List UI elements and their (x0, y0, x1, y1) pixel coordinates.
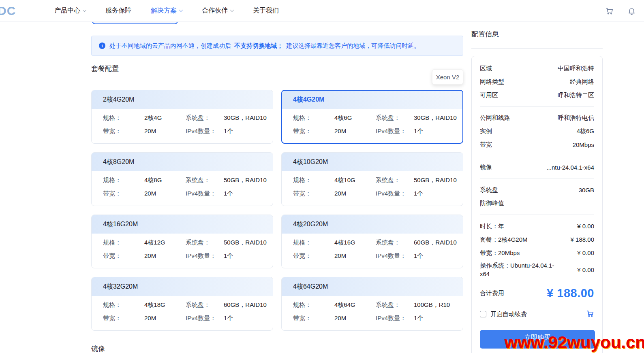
ipv4-label: IPv4数量： (376, 315, 414, 322)
package-title: 2核4G20M (103, 96, 134, 104)
divider (480, 179, 594, 179)
ipv4-value: 1个 (414, 128, 462, 135)
disk-label: 系统盘： (186, 239, 224, 247)
disk-value: 50GB，RAID10 (414, 176, 463, 184)
package-card-header: 4核4G20M (282, 91, 462, 109)
cart-icon[interactable] (605, 6, 614, 15)
package-card-header: 4核32G20M (92, 277, 273, 296)
ipv4-value: 1个 (224, 315, 273, 322)
bandwidth-value: 20M (334, 252, 376, 260)
ipv4-value: 1个 (224, 190, 273, 198)
package-card-body: 规格： 4核64G 系统盘： 100GB，R10 带宽： 20M IPv4数量：… (282, 296, 463, 322)
ipv4-label: IPv4数量： (376, 190, 414, 198)
nav-item-products[interactable]: 产品中心 (54, 6, 86, 15)
disk-label: 系统盘： (376, 301, 414, 309)
package-title: 4核10G20M (293, 158, 328, 166)
price-label: 时长：年 (480, 222, 504, 230)
package-card-header: 4核16G20M (92, 215, 273, 234)
bandwidth-value: 20M (144, 128, 186, 135)
package-card-header: 2核4G20M (92, 90, 273, 109)
auto-renew-row: 开启自动续费 (480, 309, 594, 319)
nav-item-label: 合作伙伴 (202, 6, 228, 15)
config-row: 带宽20Mbps (480, 138, 594, 151)
spec-label: 规格： (293, 176, 334, 184)
disk-value: 50GB，RAID10 (224, 176, 273, 184)
disk-label: 系统盘： (376, 114, 414, 122)
disk-value: 100GB，R10 (414, 301, 463, 309)
package-card-selected[interactable]: 4核4G20M 规格： 4核6G 系统盘： 30GB，RAID10 带宽： 20… (281, 90, 463, 144)
config-label: 可用区 (480, 91, 498, 99)
bandwidth-value: 20M (144, 252, 186, 260)
image-section-title: 镜像 (91, 344, 105, 353)
config-summary-panel: 区域中国呼和浩特 网络类型经典网络 可用区呼和浩特二区 公网和线路呼和浩特电信 … (471, 56, 603, 353)
divider (480, 156, 594, 156)
spec-label: 规格： (103, 114, 144, 122)
config-value: 4核6G (577, 128, 594, 135)
package-card-body: 规格： 4核6G 系统盘： 30GB，RAID10 带宽： 20M IPv4数量… (282, 109, 462, 135)
nav-item-label: 关于我们 (253, 6, 279, 15)
ipv4-label: IPv4数量： (186, 128, 224, 135)
disk-label: 系统盘： (376, 176, 414, 184)
price-row: 操作系统：Ubuntu-24.04.1-x64¥ 0.00 (480, 261, 594, 278)
package-card[interactable]: 4核20G20M 规格： 4核16G 系统盘： 60GB，RAID10 带宽： … (281, 215, 463, 268)
spec-value: 2核4G (144, 114, 186, 122)
package-card-body: 规格： 2核4G 系统盘： 30GB，RAID10 带宽： 20M IPv4数量… (92, 109, 273, 135)
config-value: 呼和浩特二区 (558, 91, 594, 99)
price-value: ¥ 0.00 (577, 266, 594, 273)
nav-item-about[interactable]: 关于我们 (253, 6, 279, 15)
config-label: 公网和线路 (480, 114, 510, 122)
package-title: 4核64G20M (293, 283, 328, 291)
spec-value: 4核12G (144, 239, 186, 247)
disk-value: 60GB，RAID10 (224, 301, 273, 309)
alert-text-prefix: 处于不同地域的云产品内网不通，创建成功后 (109, 42, 231, 49)
watermark-text: www.92wuyou.cn (504, 333, 644, 352)
auto-renew-checkbox[interactable] (480, 311, 486, 317)
ipv4-value: 1个 (224, 128, 273, 135)
ipv4-label: IPv4数量： (186, 252, 224, 260)
spec-label: 规格： (293, 239, 334, 247)
package-card[interactable]: 4核10G20M 规格： 4核10G 系统盘： 50GB，RAID10 带宽： … (281, 152, 463, 206)
config-label: 网络类型 (480, 78, 504, 86)
package-title: 4核20G20M (293, 220, 328, 229)
add-to-cart-icon[interactable] (586, 309, 594, 319)
config-label: 防御峰值 (480, 200, 504, 207)
page: DC 产品中心 服务保障 解决方案 合作伙伴 关于我们 (0, 0, 644, 353)
package-card[interactable]: 4核8G20M 规格： 4核8G 系统盘： 50GB，RAID10 带宽： 20… (91, 152, 273, 206)
package-card[interactable]: 4核32G20M 规格： 4核18G 系统盘： 60GB，RAID10 带宽： … (91, 277, 273, 331)
ipv4-value: 1个 (414, 252, 463, 260)
bandwidth-label: 带宽： (293, 128, 334, 135)
package-title: 4核16G20M (103, 220, 138, 229)
config-row: 镜像...ntu-24.04.1-x64 (480, 161, 594, 174)
alert-text-suffix: 建议选择最靠近您客户的地域，可降低访问时延。 (286, 42, 420, 49)
nav-item-service[interactable]: 服务保障 (105, 6, 131, 15)
region-alert: i 处于不同地域的云产品内网不通，创建成功后 不支持切换地域； 建议选择最靠近您… (91, 36, 463, 56)
spec-label: 规格： (103, 239, 144, 247)
price-label: 套餐：2核4G20M (480, 235, 528, 244)
bandwidth-value: 20M (334, 190, 376, 198)
spec-value: 4核18G (144, 301, 186, 309)
bandwidth-value: 20M (144, 190, 186, 198)
package-card[interactable]: 4核64G20M 规格： 4核64G 系统盘： 100GB，R10 带宽： 20… (281, 277, 463, 331)
config-label: 实例 (480, 128, 492, 135)
package-card-header: 4核8G20M (92, 153, 273, 171)
nav-item-partners[interactable]: 合作伙伴 (202, 6, 233, 15)
logo[interactable]: DC (0, 4, 16, 18)
total-row: 合计费用 ¥ 188.00 (480, 284, 594, 302)
package-card[interactable]: 4核16G20M 规格： 4核12G 系统盘： 50GB，RAID10 带宽： … (91, 215, 273, 268)
spec-label: 规格： (293, 114, 334, 122)
bell-icon[interactable] (627, 6, 636, 15)
ipv4-value: 1个 (414, 190, 463, 198)
package-title: 4核32G20M (103, 283, 138, 291)
spec-label: 规格： (293, 301, 334, 309)
package-card-body: 规格： 4核8G 系统盘： 50GB，RAID10 带宽： 20M IPv4数量… (92, 171, 273, 198)
ipv4-value: 1个 (224, 252, 273, 260)
nav-item-solutions[interactable]: 解决方案 (151, 6, 182, 15)
config-info-title: 配置信息 (471, 30, 499, 39)
config-value: 20Mbps (573, 141, 594, 148)
package-card-header: 4核64G20M (282, 277, 463, 296)
disk-label: 系统盘： (186, 301, 224, 309)
config-value: 呼和浩特电信 (558, 114, 594, 122)
disk-value: 30GB，RAID10 (414, 114, 462, 122)
sidebar-divider (471, 48, 603, 49)
package-card[interactable]: 2核4G20M 规格： 2核4G 系统盘： 30GB，RAID10 带宽： 20… (91, 90, 273, 144)
